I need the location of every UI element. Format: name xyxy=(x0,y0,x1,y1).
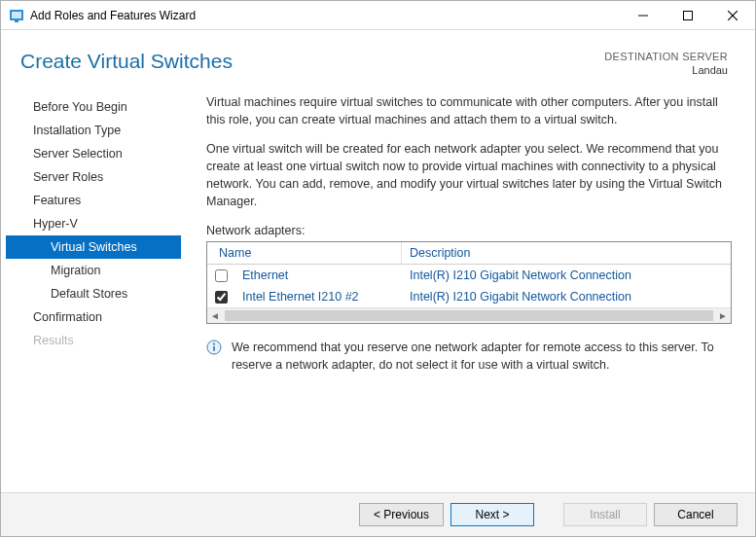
window-title: Add Roles and Features Wizard xyxy=(30,9,196,22)
svg-point-8 xyxy=(213,343,215,345)
adapter-name: Ethernet xyxy=(234,268,402,283)
previous-button[interactable]: < Previous xyxy=(359,503,444,526)
svg-rect-4 xyxy=(684,11,693,19)
maximize-button[interactable] xyxy=(666,1,710,30)
wizard-header: Create Virtual Switches DESTINATION SERV… xyxy=(1,30,755,88)
close-button[interactable] xyxy=(710,1,755,30)
table-row[interactable]: EthernetIntel(R) I210 Gigabit Network Co… xyxy=(207,265,731,286)
intro-paragraph-1: Virtual machines require virtual switche… xyxy=(206,93,732,128)
app-icon xyxy=(9,8,24,23)
nav-item-server-selection[interactable]: Server Selection xyxy=(6,142,181,165)
adapter-description: Intel(R) I210 Gigabit Network Connection xyxy=(402,289,731,304)
destination-label: DESTINATION SERVER xyxy=(604,50,728,63)
nav-item-before-you-begin[interactable]: Before You Begin xyxy=(6,95,181,119)
scroll-right-icon[interactable]: ► xyxy=(715,308,731,323)
table-header: Name Description xyxy=(207,242,731,265)
svg-rect-2 xyxy=(15,20,18,22)
adapter-checkbox[interactable] xyxy=(215,269,228,282)
adapter-checkbox[interactable] xyxy=(215,291,228,304)
nav-item-hyper-v[interactable]: Hyper-V xyxy=(6,212,181,235)
nav-item-migration[interactable]: Migration xyxy=(6,259,181,282)
wizard-nav: Before You BeginInstallation TypeServer … xyxy=(6,88,181,492)
install-button: Install xyxy=(563,503,647,526)
minimize-button[interactable] xyxy=(621,1,666,30)
wizard-content: Virtual machines require virtual switche… xyxy=(181,88,736,492)
nav-item-installation-type[interactable]: Installation Type xyxy=(6,119,181,142)
table-horizontal-scrollbar[interactable]: ◄ ► xyxy=(207,307,731,323)
adapter-name: Intel Ethernet I210 #2 xyxy=(234,289,402,304)
info-callout: We recommend that you reserve one networ… xyxy=(206,340,732,374)
column-description[interactable]: Description xyxy=(402,242,731,264)
titlebar: Add Roles and Features Wizard xyxy=(1,1,755,30)
destination-block: DESTINATION SERVER Landau xyxy=(604,50,728,78)
adapter-description: Intel(R) I210 Gigabit Network Connection xyxy=(402,268,731,283)
nav-item-server-roles[interactable]: Server Roles xyxy=(6,165,181,189)
scroll-thumb[interactable] xyxy=(225,310,713,321)
wizard-footer: < Previous Next > Install Cancel xyxy=(1,492,755,536)
intro-paragraph-2: One virtual switch will be created for e… xyxy=(206,140,732,211)
svg-rect-9 xyxy=(213,346,215,351)
table-label: Network adapters: xyxy=(206,224,732,237)
cancel-button[interactable]: Cancel xyxy=(654,503,738,526)
nav-item-default-stores[interactable]: Default Stores xyxy=(6,282,181,305)
network-adapters-table: Name Description EthernetIntel(R) I210 G… xyxy=(206,241,732,324)
page-title: Create Virtual Switches xyxy=(20,50,604,73)
nav-item-confirmation[interactable]: Confirmation xyxy=(6,305,181,329)
destination-host: Landau xyxy=(604,63,728,77)
info-icon xyxy=(206,340,222,355)
nav-item-results: Results xyxy=(6,329,181,352)
nav-item-features[interactable]: Features xyxy=(6,189,181,212)
svg-rect-1 xyxy=(12,12,21,18)
column-name[interactable]: Name xyxy=(207,242,402,264)
next-button[interactable]: Next > xyxy=(450,503,534,526)
scroll-left-icon[interactable]: ◄ xyxy=(207,308,223,323)
table-row[interactable]: Intel Ethernet I210 #2Intel(R) I210 Giga… xyxy=(207,286,731,307)
nav-item-virtual-switches[interactable]: Virtual Switches xyxy=(6,235,181,259)
info-message: We recommend that you reserve one networ… xyxy=(232,340,732,374)
